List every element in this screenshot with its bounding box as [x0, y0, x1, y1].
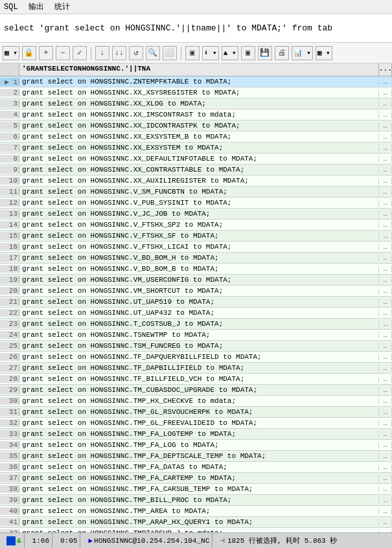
toolbar-downall-btn[interactable]: ↓↓ — [112, 46, 126, 60]
status-info-text: 1825 行被选择, 耗时 5.863 秒 — [227, 536, 337, 545]
toolbar-copy-btn[interactable]: ▣ — [185, 46, 200, 60]
toolbar-import-btn[interactable]: ▲ ▾ — [222, 46, 238, 60]
toolbar-lock-btn[interactable]: 🔒 — [22, 46, 36, 60]
row-number: 11 — [0, 188, 19, 196]
table-row[interactable]: 10grant select on HONGSINNC.XX_AUXILIREG… — [0, 176, 392, 187]
table-row[interactable]: 13grant select on HONGSINNC.V_JC_JOB to … — [0, 209, 392, 220]
table-row[interactable]: 35grant select on HONGSINNC.TMP_FA_DEPTS… — [0, 451, 392, 462]
row-dots: … — [379, 364, 392, 372]
toolbar-save-btn[interactable]: 💾 — [258, 46, 272, 60]
table-row[interactable]: 38grant select on HONGSINNC.TMP_FA_CARSU… — [0, 484, 392, 495]
row-cell-value: grant select on HONGSINNC.TMP_FA_DEPTSCA… — [19, 452, 379, 460]
table-row[interactable]: 18grant select on HONGSINNC.V_BD_BOM_B t… — [0, 264, 392, 275]
table-row[interactable]: 3grant select on HONGSINNC.XX_XLOG to MD… — [0, 98, 392, 109]
table-row[interactable]: 12grant select on HONGSINNC.V_PUB_SYSINI… — [0, 198, 392, 209]
table-row[interactable]: 28grant select on HONGSINNC.TF_BILLFIELD… — [0, 374, 392, 385]
row-number: 30 — [0, 397, 19, 405]
row-cell-value: grant select on HONGSINNC.TSNEWTMP to MD… — [19, 331, 379, 339]
row-cell-value: grant select on HONGSINNC.TMP_FA_CARTEMP… — [19, 474, 379, 482]
row-dots: … — [379, 177, 392, 185]
row-dots: … — [379, 210, 392, 218]
table-row[interactable]: 27grant select on HONGSINNC.TF_DAPBILLIF… — [0, 363, 392, 374]
table-row[interactable]: 25grant select on HONGSINNC.TSM_FUNCREG … — [0, 341, 392, 352]
table-row[interactable]: 29grant select on HONGSINNC.TM_CUBASDOC_… — [0, 385, 392, 396]
table-row[interactable]: 40grant select on HONGSINNC.TMP_AREA to … — [0, 506, 392, 517]
menu-sql[interactable]: SQL — [4, 3, 18, 12]
table-row[interactable]: 41grant select on HONGSINNC.TMP_ARAP_HX_… — [0, 517, 392, 528]
query-bar: select 'grant select on HONGSINNC.'||tna… — [0, 14, 392, 43]
table-header: 'GRANTSELECTONHONGSINNC.'||TNA ... — [0, 63, 392, 76]
toolbar-clear-btn[interactable]: ⬜ — [163, 46, 177, 60]
menu-output[interactable]: 输出 — [29, 1, 44, 12]
status-connection: ▶ HONGSINNC@10.254.254.104_NC — [86, 533, 213, 548]
table-row[interactable]: 30grant select on HONGSINNC.TMP_HX_CHECK… — [0, 396, 392, 407]
table-row[interactable]: 11grant select on HONGSINNC.V_SM_FUNCBTN… — [0, 187, 392, 198]
table-row[interactable]: 14grant select on HONGSINNC.V_FTSHX_SP2 … — [0, 220, 392, 231]
toolbar-grid2-btn[interactable]: ▣ — [241, 46, 255, 60]
row-dots: … — [379, 232, 392, 240]
table-row[interactable]: 15grant select on HONGSINNC.V_FTSHX_SF t… — [0, 231, 392, 242]
table-row[interactable]: 4grant select on HONGSINNC.XX_IMSCONTRAS… — [0, 109, 392, 120]
row-dots: … — [379, 452, 392, 460]
toolbar-print-btn[interactable]: 🖨 — [275, 46, 289, 60]
toolbar-refresh-btn[interactable]: ↺ — [129, 46, 143, 60]
table-row[interactable]: 42grant select on HONGSINNC.TMPTABSUB_J … — [0, 528, 392, 532]
row-number: 13 — [0, 210, 19, 218]
table-row[interactable]: 21grant select on HONGSINNC.UT_UAP519 to… — [0, 297, 392, 308]
table-row[interactable]: 32grant select on HONGSINNC.TMP_GL_FREEV… — [0, 418, 392, 429]
table-row[interactable]: 37grant select on HONGSINNC.TMP_FA_CARTE… — [0, 473, 392, 484]
table-row[interactable]: 6grant select on HONGSINNC.XX_EXSYSTEM_B… — [0, 131, 392, 143]
table-row[interactable]: 7grant select on HONGSINNC.XX_EXSYSTEM t… — [0, 143, 392, 154]
row-dots: … — [379, 496, 392, 504]
table-row[interactable]: 36grant select on HONGSINNC.TMP_FA_DATAS… — [0, 462, 392, 473]
row-cell-value: grant select on HONGSINNC.ZNTEMPFKTABLE … — [19, 78, 379, 86]
row-dots: … — [379, 430, 392, 438]
toolbar-find-btn[interactable]: 🔍 — [146, 46, 160, 60]
status-time: 0:05 — [58, 533, 80, 548]
table-row[interactable]: 23grant select on HONGSINNC.T_COSTSUB_J … — [0, 319, 392, 330]
table-row[interactable]: 8grant select on HONGSINNC.XX_DEFAULTINF… — [0, 154, 392, 165]
table-row[interactable]: 33grant select on HONGSINNC.TMP_FA_LOGTE… — [0, 429, 392, 440]
toolbar-grid-btn[interactable]: ▦ ▾ — [3, 46, 19, 60]
row-number: 40 — [0, 507, 19, 515]
row-dots: … — [379, 474, 392, 482]
row-cell-value: grant select on HONGSINNC.V_SM_FUNCBTN t… — [19, 188, 379, 196]
row-dots: … — [379, 518, 392, 526]
table-row[interactable]: 22grant select on HONGSINNC.UT_UAP432 to… — [0, 308, 392, 319]
row-cell-value: grant select on HONGSINNC.TMP_FA_DATAS t… — [19, 463, 379, 471]
table-row[interactable]: 31grant select on HONGSINNC.TMP_GL_RSVOU… — [0, 407, 392, 418]
toolbar-table-btn[interactable]: ▦ ▾ — [316, 46, 332, 60]
row-number: 19 — [0, 276, 19, 284]
row-cell-value: grant select on HONGSINNC.V_BD_BOM_H to … — [19, 254, 379, 262]
table-row[interactable]: 39grant select on HONGSINNC.TMP_BILL_PRO… — [0, 495, 392, 506]
table-row[interactable]: ▶ 1grant select on HONGSINNC.ZNTEMPFKTAB… — [0, 76, 392, 87]
table-row[interactable]: 2grant select on HONGSINNC.XX_XSYSREGIST… — [0, 87, 392, 98]
table-row[interactable]: 17grant select on HONGSINNC.V_BD_BOM_H t… — [0, 253, 392, 264]
row-cell-value: grant select on HONGSINNC.UT_UAP519 to M… — [19, 298, 379, 306]
row-number: 4 — [0, 111, 19, 119]
table-row[interactable]: 16grant select on HONGSINNC.V_FTSHX_LICA… — [0, 242, 392, 253]
table-row[interactable]: 34grant select on HONGSINNC.TMP_FA_LOG t… — [0, 440, 392, 451]
row-cell-value: grant select on HONGSINNC.VM_SHORTCUT to… — [19, 287, 379, 295]
menu-stats[interactable]: 统计 — [54, 1, 70, 12]
table-row[interactable]: 5grant select on HONGSINNC.XX_IDCONTRAST… — [0, 120, 392, 131]
table-row[interactable]: 19grant select on HONGSINNC.VM_USERCONFI… — [0, 275, 392, 286]
row-cell-value: grant select on HONGSINNC.TF_DAPQUERYBIL… — [19, 353, 379, 361]
row-dots: … — [379, 221, 392, 229]
row-number: 14 — [0, 221, 19, 229]
row-number: 25 — [0, 342, 19, 350]
row-cell-value: grant select on HONGSINNC.XX_EXSYSTEM_B … — [19, 133, 379, 141]
table-row[interactable]: 26grant select on HONGSINNC.TF_DAPQUERYB… — [0, 352, 392, 363]
toolbar-chart-btn[interactable]: 📊 ▾ — [292, 46, 313, 60]
table-row[interactable]: 20grant select on HONGSINNC.VM_SHORTCUT … — [0, 286, 392, 297]
table-row[interactable]: 9grant select on HONGSINNC.XX_CONTRASTTA… — [0, 165, 392, 176]
row-cell-value: grant select on HONGSINNC.V_PUB_SYSINIT … — [19, 199, 379, 207]
toolbar-export-btn[interactable]: ⬇ ▾ — [202, 46, 219, 60]
row-dots: … — [379, 408, 392, 416]
table-row[interactable]: 24grant select on HONGSINNC.TSNEWTMP to … — [0, 330, 392, 341]
toolbar-check-btn[interactable]: ✓ — [73, 46, 87, 60]
row-dots: … — [379, 100, 392, 108]
toolbar-add-btn[interactable]: + — [39, 46, 53, 60]
toolbar-down-btn[interactable]: ↓ — [95, 46, 110, 60]
toolbar-remove-btn[interactable]: − — [56, 46, 70, 60]
